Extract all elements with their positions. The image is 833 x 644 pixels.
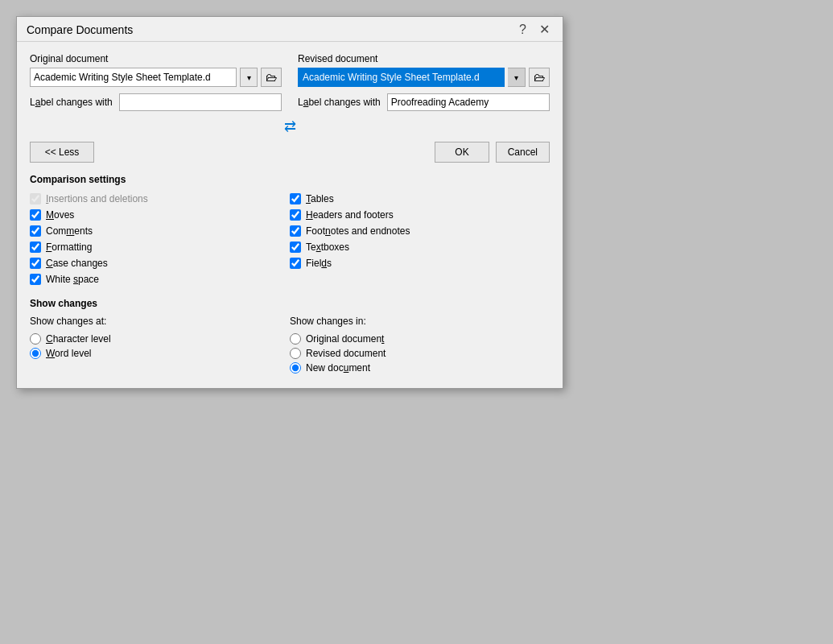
radio-row-character: Character level: [30, 332, 290, 346]
comparison-right-col: Tables Headers and footers Footnotes and…: [290, 192, 550, 287]
checkbox-row-footnotes: Footnotes and endnotes: [290, 224, 550, 238]
checkbox-row-textboxes: Textboxes: [290, 240, 550, 254]
radio-row-word: Word level: [30, 346, 290, 361]
original-folder-button[interactable]: 🗁: [261, 68, 282, 87]
comments-label: Comments: [46, 225, 93, 237]
checkbox-row-insertions: Insertions and deletions: [30, 192, 290, 206]
insertions-label: Insertions and deletions: [46, 193, 148, 204]
title-controls: ? ✕: [516, 23, 553, 36]
show-changes-in-col: Show changes in: Original document Revis…: [290, 316, 550, 375]
textboxes-label: Textboxes: [306, 242, 349, 253]
help-button[interactable]: ?: [516, 23, 530, 36]
cancel-button[interactable]: Cancel: [496, 142, 550, 163]
original-doc-radio[interactable]: [290, 333, 301, 345]
original-label-input[interactable]: [119, 93, 282, 111]
original-label-row: Label changes with: [30, 93, 282, 111]
show-changes-at-header: Show changes at:: [30, 316, 290, 327]
footnotes-checkbox[interactable]: [290, 225, 301, 237]
moves-label: Moves: [46, 209, 74, 221]
comparison-settings-section: Comparison settings Insertions and delet…: [30, 174, 550, 287]
radio-row-new-doc: New document: [290, 361, 550, 375]
title-bar: Compare Documents ? ✕: [17, 17, 563, 42]
white-space-label: White space: [46, 274, 99, 285]
formatting-label: Formatting: [46, 242, 92, 253]
headers-footers-checkbox[interactable]: [290, 209, 301, 221]
moves-checkbox[interactable]: [30, 209, 41, 221]
character-level-label: Character level: [46, 333, 111, 345]
checkbox-row-white-space: White space: [30, 272, 290, 287]
swap-button[interactable]: ⇄: [284, 118, 296, 135]
folder-icon-revised: 🗁: [534, 71, 545, 84]
checkbox-row-moves: Moves: [30, 208, 290, 222]
radio-row-original-doc: Original document: [290, 332, 550, 346]
checkbox-row-headers-footers: Headers and footers: [290, 208, 550, 222]
compare-documents-dialog: Compare Documents ? ✕ Original document …: [16, 16, 563, 389]
comparison-settings-grid: Insertions and deletions Moves Comments …: [30, 192, 550, 287]
comparison-left-col: Insertions and deletions Moves Comments …: [30, 192, 290, 287]
footnotes-label: Footnotes and endnotes: [306, 225, 410, 237]
revised-label-changes-label: Label changes with: [298, 97, 381, 108]
close-button[interactable]: ✕: [536, 23, 553, 36]
formatting-checkbox[interactable]: [30, 242, 41, 253]
new-doc-radio-label: New document: [306, 362, 370, 374]
revised-doc-radio-label: Revised document: [306, 348, 386, 359]
original-doc-radio-label: Original document: [306, 333, 384, 345]
checkbox-row-comments: Comments: [30, 224, 290, 238]
tables-checkbox[interactable]: [290, 193, 301, 204]
show-changes-at-col: Show changes at: Character level Word le…: [30, 316, 290, 375]
revised-folder-button[interactable]: 🗁: [529, 68, 550, 87]
radio-row-revised-doc: Revised document: [290, 346, 550, 361]
show-changes-section: Show changes Show changes at: Character …: [30, 298, 550, 375]
checkbox-row-tables: Tables: [290, 192, 550, 206]
original-dropdown-arrow[interactable]: ▾: [240, 68, 258, 87]
comparison-settings-header: Comparison settings: [30, 174, 550, 185]
case-changes-checkbox[interactable]: [30, 258, 41, 269]
comments-checkbox[interactable]: [30, 225, 41, 237]
less-button[interactable]: << Less: [30, 142, 94, 163]
revised-doc-label: Revised document: [298, 53, 550, 64]
swap-row: ⇄: [30, 111, 550, 142]
show-changes-header: Show changes: [30, 298, 550, 309]
revised-doc-row: ▾ 🗁: [298, 68, 550, 87]
original-doc-label: Original document: [30, 53, 282, 64]
revised-dropdown-arrow[interactable]: ▾: [508, 68, 526, 87]
checkbox-row-formatting: Formatting: [30, 240, 290, 254]
tables-label: Tables: [306, 193, 334, 204]
word-level-radio[interactable]: [30, 348, 41, 359]
revised-document-col: Revised document ▾ 🗁 Label changes with: [298, 53, 550, 111]
original-document-col: Original document Academic Writing Style…: [30, 53, 282, 111]
fields-label: Fields: [306, 258, 332, 269]
white-space-checkbox[interactable]: [30, 274, 41, 285]
word-level-label: Word level: [46, 348, 91, 359]
original-doc-dropdown[interactable]: Academic Writing Style Sheet Template.d: [30, 68, 237, 87]
ok-button[interactable]: OK: [435, 142, 489, 163]
character-level-radio[interactable]: [30, 333, 41, 345]
insertions-checkbox[interactable]: [30, 193, 41, 204]
case-changes-label: Case changes: [46, 258, 108, 269]
show-changes-in-header: Show changes in:: [290, 316, 550, 327]
revised-doc-radio[interactable]: [290, 348, 301, 359]
document-selection-area: Original document Academic Writing Style…: [30, 53, 550, 111]
new-doc-radio[interactable]: [290, 362, 301, 374]
original-doc-row: Academic Writing Style Sheet Template.d …: [30, 68, 282, 87]
headers-footers-label: Headers and footers: [306, 209, 394, 221]
fields-checkbox[interactable]: [290, 258, 301, 269]
main-button-row: << Less OK Cancel: [30, 142, 550, 163]
revised-label-row: Label changes with: [298, 93, 550, 111]
folder-icon: 🗁: [266, 71, 277, 84]
original-label-changes-label: Label changes with: [30, 97, 113, 108]
checkbox-row-fields: Fields: [290, 256, 550, 270]
dialog-title: Compare Documents: [27, 23, 133, 36]
revised-doc-input[interactable]: [298, 68, 505, 87]
checkbox-row-case-changes: Case changes: [30, 256, 290, 270]
revised-label-input[interactable]: [387, 93, 550, 111]
textboxes-checkbox[interactable]: [290, 242, 301, 253]
show-changes-row: Show changes at: Character level Word le…: [30, 316, 550, 375]
dialog-body: Original document Academic Writing Style…: [17, 42, 563, 388]
